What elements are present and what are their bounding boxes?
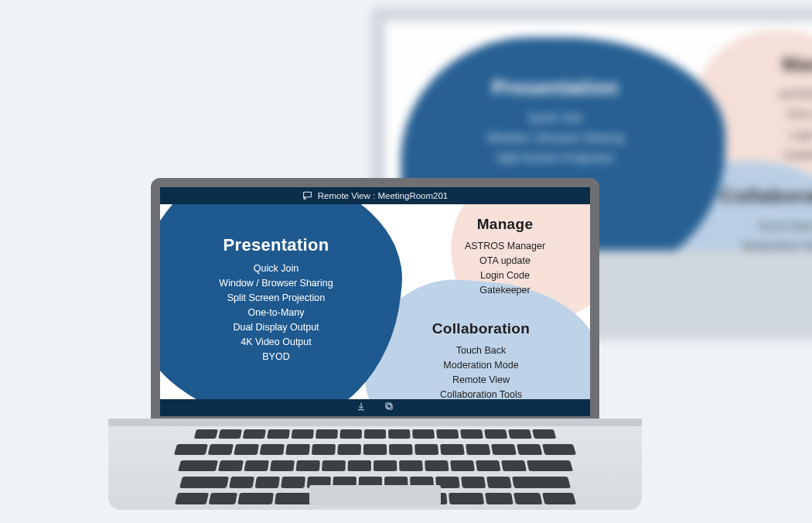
list-item: Moderation Mode	[384, 358, 578, 373]
copy-icon[interactable]	[384, 401, 394, 415]
download-icon[interactable]	[356, 401, 367, 415]
list-item: Touch Back	[384, 344, 578, 358]
remote-view-toolbar	[160, 399, 590, 416]
manage-title: Manage	[435, 216, 575, 233]
remote-view-label: Remote View : MeetingRoom201	[318, 191, 449, 200]
laptop-screen: Remote View : MeetingRoom201 Presentatio…	[160, 187, 590, 416]
presentation-title: Presentation	[168, 235, 384, 255]
svg-rect-2	[386, 403, 391, 408]
svg-rect-0	[303, 192, 311, 197]
list-item: Dual Display Output	[168, 320, 384, 335]
list-item: Remote View	[384, 373, 578, 388]
list-item: 4K Video Output	[168, 335, 384, 350]
cast-icon	[302, 190, 312, 202]
list-item: ASTROS Manager	[435, 239, 575, 254]
remote-view-topbar: Remote View : MeetingRoom201	[160, 187, 590, 204]
screen-content: Presentation Quick Join Window / Browser…	[160, 204, 590, 399]
bg-manage-title: Man	[718, 53, 812, 77]
list-item: One-to-Many	[168, 306, 384, 320]
section-presentation: Presentation Quick Join Window / Browser…	[168, 235, 384, 364]
laptop-base	[108, 419, 642, 510]
laptop: Remote View : MeetingRoom201 Presentatio…	[108, 178, 642, 510]
section-collaboration: Collaboration Touch Back Moderation Mode…	[384, 320, 578, 399]
trackpad	[309, 485, 441, 505]
laptop-lid: Remote View : MeetingRoom201 Presentatio…	[151, 178, 599, 419]
bg-collab-title: Collaboration	[679, 184, 812, 208]
list-item: Login Code	[435, 268, 575, 283]
bg-presentation-title: Presentation	[416, 76, 694, 100]
section-manage: Manage ASTROS Manager OTA update Login C…	[435, 216, 575, 298]
list-item: Window / Browser Sharing	[168, 276, 384, 291]
list-item: Gatekeeper	[435, 283, 575, 298]
svg-rect-1	[387, 405, 392, 409]
list-item: OTA update	[435, 254, 575, 268]
list-item: Quick Join	[168, 262, 384, 276]
collaboration-title: Collaboration	[384, 320, 578, 337]
list-item: Split Screen Projection	[168, 291, 384, 306]
list-item: Collaboration Tools	[384, 388, 578, 399]
list-item: BYOD	[168, 350, 384, 364]
